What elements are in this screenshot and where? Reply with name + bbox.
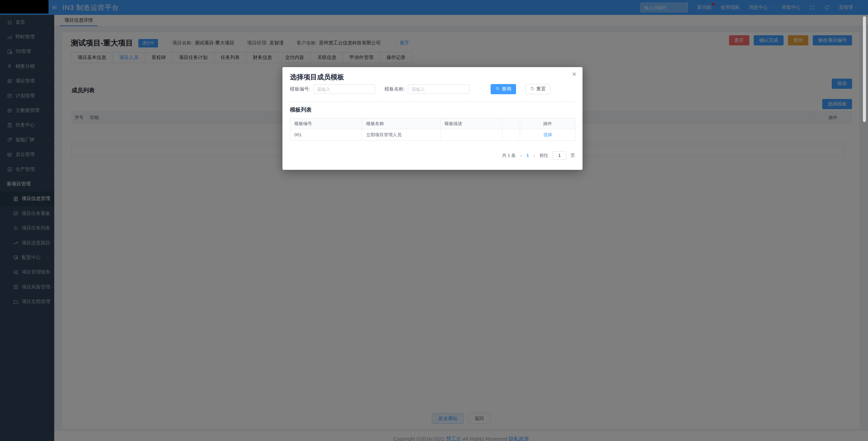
search-icon (495, 86, 500, 92)
close-icon[interactable]: × (572, 71, 576, 78)
search-button[interactable]: 查询 (491, 84, 516, 94)
modal-form-input-2[interactable] (408, 84, 470, 94)
goto-page-input[interactable] (553, 151, 566, 160)
select-template-modal: 选择项目成员模板 × 模板编号:模板名称:查询重置 模板列表 模板编号模板名称模… (282, 67, 583, 170)
divider (290, 101, 575, 102)
search-label: 查询 (502, 86, 511, 92)
template-column-header: 模板名称 (362, 118, 440, 129)
template-column-header: 模板描述 (440, 118, 502, 129)
app-window: IN3 制造运营平台 新功能使用指南消息中心审批中心 吴智谨 首页即时管理5S管… (0, 0, 868, 441)
template-column-header (502, 118, 520, 129)
template-column-header: 操作 (520, 118, 575, 129)
modal-overlay (0, 0, 868, 441)
page-unit-label: 页 (571, 153, 575, 159)
prev-page-icon[interactable]: ‹ (520, 153, 522, 159)
scrollbar[interactable] (863, 16, 866, 122)
goto-label: 前往 (539, 153, 548, 159)
template-column-header: 模板编号 (290, 118, 362, 129)
modal-form-label: 模板编号: (290, 86, 310, 92)
template-list-title: 模板列表 (290, 106, 312, 114)
pagination: 共 1 条 ‹ 1 › 前往 页 (502, 151, 575, 160)
template-table: 模板编号模板名称模板描述操作001立阳项目管理人员选择 (290, 118, 575, 141)
cell-template-code: 001 (290, 129, 362, 141)
cell-template-name: 立阳项目管理人员 (362, 129, 440, 141)
reset-button[interactable]: 重置 (525, 84, 551, 94)
table-row: 001立阳项目管理人员选择 (290, 129, 575, 141)
reset-icon (530, 86, 534, 92)
cell-template-desc (440, 129, 502, 141)
template-search-form: 模板编号:模板名称:查询重置 (290, 84, 551, 94)
cell-filler (502, 129, 520, 141)
pagination-total: 共 1 条 (502, 153, 516, 159)
reset-label: 重置 (536, 86, 546, 92)
modal-form-label: 模板名称: (384, 86, 405, 92)
cell-action: 选择 (520, 129, 575, 141)
modal-title: 选择项目成员模板 (290, 73, 344, 82)
next-page-icon[interactable]: › (533, 153, 535, 159)
modal-form-input-1[interactable] (313, 84, 375, 94)
select-row-link[interactable]: 选择 (543, 132, 552, 137)
page-number[interactable]: 1 (526, 153, 529, 158)
